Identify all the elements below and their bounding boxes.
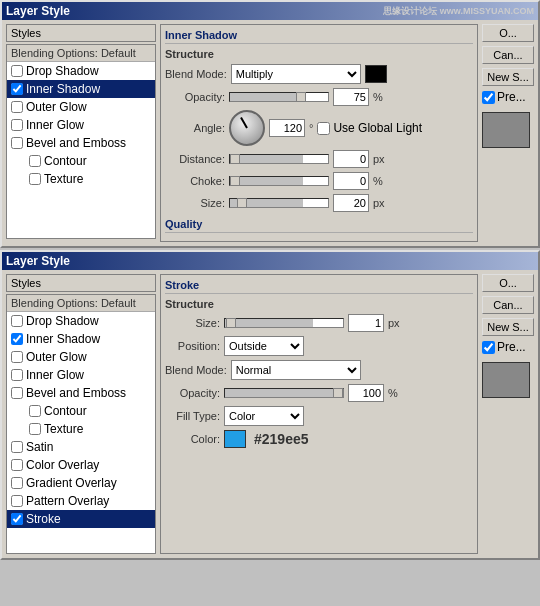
sidebar-item-outer-glow[interactable]: Outer Glow [7,98,155,116]
window-title-2: Layer Style [6,254,70,268]
preview-image-1 [482,112,530,148]
cancel-button-2[interactable]: Can... [482,296,534,314]
s2-bevel-emboss[interactable]: Bevel and Emboss [7,384,155,402]
opacity-slider-1[interactable] [229,92,329,102]
opacity-row-1: Opacity: % [165,88,473,106]
sidebar-item-bevel-emboss[interactable]: Bevel and Emboss [7,134,155,152]
styles-list-1[interactable]: Blending Options: Default Drop Shadow In… [6,44,156,239]
color-label: Color: [165,433,220,445]
s2-outer-glow-cb[interactable] [11,351,23,363]
s2-contour[interactable]: Contour [7,402,155,420]
stroke-color-value: #219ee5 [254,431,309,447]
s2-pattern-overlay[interactable]: Pattern Overlay [7,492,155,510]
position-select-2[interactable]: Outside Inside Center [224,336,304,356]
distance-input-1[interactable] [333,150,369,168]
sidebar-item-drop-shadow[interactable]: Drop Shadow [7,62,155,80]
s2-color-overlay-label: Color Overlay [26,458,99,472]
outer-glow-checkbox[interactable] [11,101,23,113]
styles-label-1: Styles [6,24,156,42]
outer-glow-label: Outer Glow [26,100,87,114]
s2-stroke-cb[interactable] [11,513,23,525]
ok-button-2[interactable]: O... [482,274,534,292]
blend-mode-select-2[interactable]: Normal Multiply [231,360,361,380]
s2-gradient-overlay-label: Gradient Overlay [26,476,117,490]
s2-outer-glow[interactable]: Outer Glow [7,348,155,366]
s2-inner-glow-label: Inner Glow [26,368,84,382]
s2-gradient-overlay-cb[interactable] [11,477,23,489]
s2-color-overlay-cb[interactable] [11,459,23,471]
layer-style-window-1: Layer Style 思缘设计论坛 www.MISSYUAN.COM Styl… [0,0,540,248]
preview-label-1: Pre... [497,90,526,104]
s2-texture[interactable]: Texture [7,420,155,438]
new-style-button-1[interactable]: New S... [482,68,534,86]
inner-shadow-panel: Inner Shadow Structure Blend Mode: Multi… [160,24,478,242]
s2-inner-shadow-label: Inner Shadow [26,332,100,346]
angle-input-1[interactable] [269,119,305,137]
cancel-button-1[interactable]: Can... [482,46,534,64]
new-style-button-2[interactable]: New S... [482,318,534,336]
sidebar-item-contour[interactable]: Contour [7,152,155,170]
s2-contour-label: Contour [44,404,87,418]
drop-shadow-checkbox[interactable] [11,65,23,77]
choke-row-1: Choke: % [165,172,473,190]
distance-slider-1[interactable] [229,154,329,164]
s2-stroke[interactable]: Stroke [7,510,155,528]
s2-inner-glow-cb[interactable] [11,369,23,381]
position-row-2: Position: Outside Inside Center [165,336,473,356]
sidebar-item-inner-shadow[interactable]: Inner Shadow [7,80,155,98]
stroke-color-swatch[interactable] [224,430,246,448]
opacity-input-1[interactable] [333,88,369,106]
s2-gradient-overlay[interactable]: Gradient Overlay [7,474,155,492]
s2-satin-cb[interactable] [11,441,23,453]
opacity-input-2[interactable] [348,384,384,402]
contour-checkbox[interactable] [29,155,41,167]
s2-inner-shadow-cb[interactable] [11,333,23,345]
s2-satin[interactable]: Satin [7,438,155,456]
texture-label: Texture [44,172,83,186]
angle-unit-1: ° [309,122,313,134]
global-light-checkbox[interactable] [317,122,330,135]
opacity-slider-2[interactable] [224,388,344,398]
sidebar-item-texture[interactable]: Texture [7,170,155,188]
fill-type-select[interactable]: Color Gradient Pattern [224,406,304,426]
preview-image-2 [482,362,530,398]
styles-header-2: Blending Options: Default [7,295,155,312]
s2-texture-cb[interactable] [29,423,41,435]
s2-drop-shadow-cb[interactable] [11,315,23,327]
inner-shadow-title: Inner Shadow [165,29,473,44]
ok-button-1[interactable]: O... [482,24,534,42]
preview-checkbox-1: Pre... [482,90,534,104]
inner-glow-checkbox[interactable] [11,119,23,131]
texture-checkbox[interactable] [29,173,41,185]
size-input-1[interactable] [333,194,369,212]
styles-list-2[interactable]: Blending Options: Default Drop Shadow In… [6,294,156,554]
color-swatch-1[interactable] [365,65,387,83]
s2-contour-cb[interactable] [29,405,41,417]
sidebar-item-inner-glow[interactable]: Inner Glow [7,116,155,134]
choke-unit-1: % [373,175,383,187]
size-slider-1[interactable] [229,198,329,208]
s2-drop-shadow[interactable]: Drop Shadow [7,312,155,330]
size-slider-2[interactable] [224,318,344,328]
s2-inner-shadow[interactable]: Inner Shadow [7,330,155,348]
distance-row-1: Distance: px [165,150,473,168]
inner-shadow-checkbox[interactable] [11,83,23,95]
blend-mode-row-1: Blend Mode: Multiply [165,64,473,84]
angle-knob-1[interactable] [229,110,265,146]
styles-label-2: Styles [6,274,156,292]
size-input-2[interactable] [348,314,384,332]
choke-input-1[interactable] [333,172,369,190]
s2-bevel-emboss-cb[interactable] [11,387,23,399]
choke-slider-1[interactable] [229,176,329,186]
choke-label-1: Choke: [165,175,225,187]
s2-color-overlay[interactable]: Color Overlay [7,456,155,474]
preview-check-2[interactable] [482,341,495,354]
preview-check-1[interactable] [482,91,495,104]
s2-drop-shadow-label: Drop Shadow [26,314,99,328]
size-unit-1: px [373,197,385,209]
s2-pattern-overlay-cb[interactable] [11,495,23,507]
bevel-emboss-label: Bevel and Emboss [26,136,126,150]
bevel-emboss-checkbox[interactable] [11,137,23,149]
blend-mode-select-1[interactable]: Multiply [231,64,361,84]
s2-inner-glow[interactable]: Inner Glow [7,366,155,384]
